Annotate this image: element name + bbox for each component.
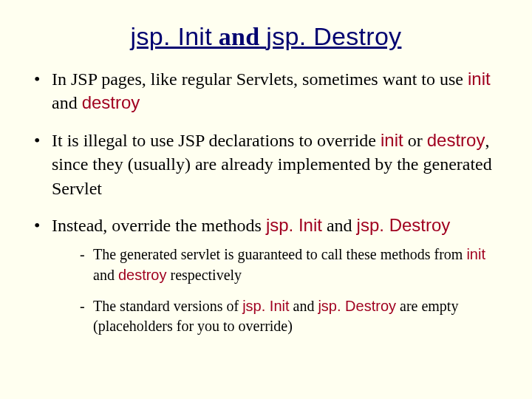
body-text: and — [290, 298, 318, 314]
body-text: It is illegal to use JSP declarations to… — [52, 131, 381, 150]
code-text: jsp. Destroy — [357, 215, 451, 235]
slide: jsp. Init and jsp. Destroy In JSP pages,… — [0, 0, 532, 399]
body-text: or — [403, 131, 427, 150]
bullet-item: In JSP pages, like regular Servlets, som… — [30, 67, 502, 115]
code-text: destroy — [118, 267, 167, 283]
body-text: In JSP pages, like regular Servlets, som… — [52, 69, 468, 89]
code-text: destroy — [427, 130, 485, 150]
sub-list: The generated servlet is guaranteed to c… — [77, 245, 502, 336]
sub-bullet-item: The generated servlet is guaranteed to c… — [77, 245, 502, 285]
slide-title: jsp. Init and jsp. Destroy — [30, 22, 502, 51]
body-text: and — [322, 216, 357, 235]
title-part-a: jsp. Init — [131, 22, 212, 50]
body-text: The standard versions of — [93, 298, 242, 314]
code-text: init — [468, 69, 491, 89]
code-text: jsp. Init — [242, 298, 289, 314]
code-text: jsp. Destroy — [318, 298, 396, 314]
code-text: init — [466, 246, 485, 262]
code-text: init — [381, 130, 403, 150]
sub-bullet-item: The standard versions of jsp. Init and j… — [77, 296, 502, 337]
code-text: jsp. Init — [266, 215, 322, 235]
bullet-list: In JSP pages, like regular Servlets, som… — [30, 67, 502, 337]
title-part-b: jsp. Destroy — [266, 22, 401, 50]
body-text: The generated servlet is guaranteed to c… — [93, 246, 466, 262]
bullet-item: It is illegal to use JSP declarations to… — [30, 129, 502, 200]
code-text: destroy — [82, 92, 140, 112]
body-text: and — [93, 267, 118, 283]
title-part-mid: and — [212, 23, 266, 50]
body-text: Instead, override the methods — [52, 216, 266, 235]
body-text: respectively — [166, 267, 242, 283]
bullet-item: Instead, override the methods jsp. Init … — [30, 214, 502, 337]
body-text: and — [52, 93, 82, 112]
